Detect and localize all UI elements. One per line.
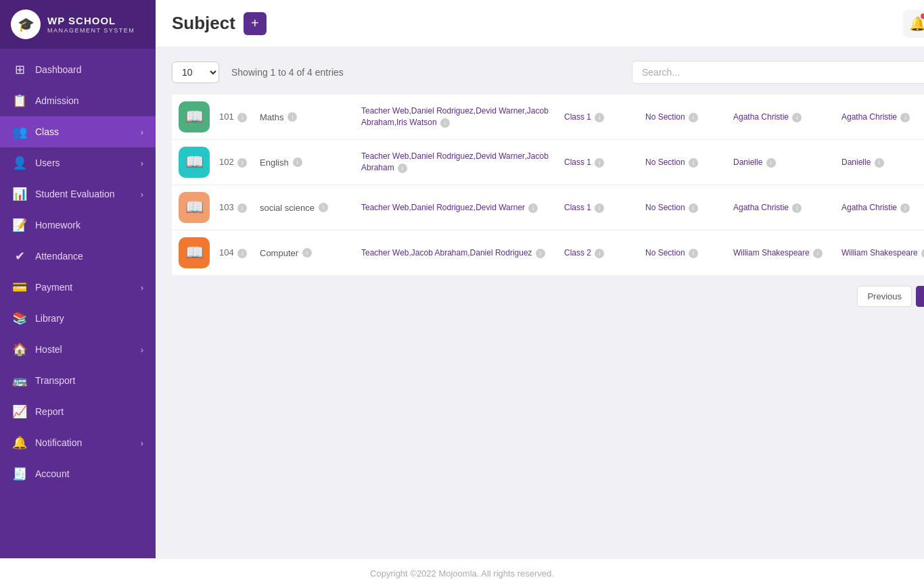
header-right: 🔔 👩 <box>903 7 924 40</box>
nav-icon-notification: 🔔 <box>12 435 27 450</box>
subject-created-by-104: William Shakespeare i <box>733 248 841 258</box>
nav-icon-class: 👥 <box>12 124 27 139</box>
entries-info: Showing 1 to 4 of 4 entries <box>231 67 344 78</box>
sidebar-item-account[interactable]: 🧾 Account <box>0 458 156 489</box>
sidebar-item-homework[interactable]: 📝 Homework <box>0 210 156 241</box>
subject-name-103: social science i <box>260 203 361 213</box>
name-info-icon[interactable]: i <box>293 157 302 167</box>
teachers-info-icon[interactable]: i <box>398 164 407 173</box>
logo-text: WP SCHOOL MANAGEMENT SYSTEM <box>47 15 135 34</box>
add-subject-button[interactable]: + <box>244 12 267 35</box>
teachers-info-icon[interactable]: i <box>528 203 538 213</box>
notification-badge <box>921 14 924 19</box>
search-input[interactable] <box>632 61 924 84</box>
nav-label-student-evaluation: Student Evaluation <box>35 189 133 199</box>
created-info-icon[interactable]: i <box>792 203 802 213</box>
nav-icon-library: 📚 <box>12 311 27 326</box>
sidebar-item-transport[interactable]: 🚌 Transport <box>0 365 156 396</box>
section-info-icon[interactable]: i <box>689 203 698 213</box>
sidebar-item-library[interactable]: 📚 Library <box>0 303 156 334</box>
subject-name-101: Maths i <box>260 112 361 122</box>
sidebar-item-admission[interactable]: 📋 Admission <box>0 85 156 116</box>
entries-select[interactable]: 10 25 50 100 <box>172 62 219 83</box>
subject-id-102: 102 i <box>219 157 260 168</box>
id-info-icon[interactable]: i <box>237 203 247 213</box>
created-info-icon[interactable]: i <box>792 113 802 122</box>
notification-button[interactable]: 🔔 <box>903 9 924 38</box>
subject-section-101: No Section i <box>645 112 733 122</box>
sidebar-item-hostel[interactable]: 🏠 Hostel › <box>0 334 156 365</box>
created-info-icon[interactable]: i <box>766 158 776 168</box>
table-row: 📖 103 i social science i Teacher Web,Dan… <box>172 185 924 230</box>
subject-table: 📖 101 i Maths i Teacher Web,Daniel Rodri… <box>172 95 924 275</box>
teachers-info-icon[interactable]: i <box>536 249 545 258</box>
sidebar-item-dashboard[interactable]: ⊞ Dashboard <box>0 54 156 85</box>
subject-id-101: 101 i <box>219 112 260 122</box>
sidebar-item-notification[interactable]: 🔔 Notification › <box>0 427 156 458</box>
updated-info-icon[interactable]: i <box>900 113 910 122</box>
section-info-icon[interactable]: i <box>689 113 698 122</box>
table-row: 📖 101 i Maths i Teacher Web,Daniel Rodri… <box>172 95 924 140</box>
updated-info-icon[interactable]: i <box>921 249 924 258</box>
sidebar-item-student-evaluation[interactable]: 📊 Student Evaluation › <box>0 178 156 210</box>
subject-section-102: No Section i <box>645 157 733 168</box>
nav-arrow-users: › <box>141 158 143 168</box>
nav-arrow-hostel: › <box>141 345 143 355</box>
created-info-icon[interactable]: i <box>813 249 823 258</box>
pagination-previous[interactable]: Previous <box>857 286 912 307</box>
nav-icon-report: 📈 <box>12 404 27 419</box>
section-info-icon[interactable]: i <box>689 249 698 258</box>
id-info-icon[interactable]: i <box>237 249 247 258</box>
name-info-icon[interactable]: i <box>302 248 312 258</box>
sidebar-item-users[interactable]: 👤 Users › <box>0 147 156 178</box>
id-info-icon[interactable]: i <box>237 158 247 168</box>
footer: Copyright ©2022 Mojoomla. All rights res… <box>0 558 924 588</box>
section-info-icon[interactable]: i <box>689 158 698 168</box>
subject-section-103: No Section i <box>645 203 733 213</box>
nav-icon-attendance: ✔ <box>12 249 27 264</box>
page-title: Subject <box>172 13 235 34</box>
nav-label-hostel: Hostel <box>35 344 133 355</box>
nav-label-users: Users <box>35 157 133 168</box>
name-info-icon[interactable]: i <box>287 112 297 122</box>
nav-label-library: Library <box>35 313 143 324</box>
teachers-info-icon[interactable]: i <box>440 118 450 128</box>
nav-label-notification: Notification <box>35 437 133 448</box>
main-content: Subject + 🔔 👩 <box>156 0 924 558</box>
subject-id-103: 103 i <box>219 202 260 213</box>
nav-arrow-class: › <box>141 127 143 137</box>
class-info-icon[interactable]: i <box>595 249 604 258</box>
class-info-icon[interactable]: i <box>595 158 604 168</box>
logo-icon: 🎓 <box>11 9 41 39</box>
subject-updated-by-103: Agatha Christie i <box>841 203 924 213</box>
sidebar-item-payment[interactable]: 💳 Payment › <box>0 272 156 303</box>
sidebar-item-attendance[interactable]: ✔ Attendance <box>0 241 156 272</box>
subject-class-102: Class 1 i <box>564 157 645 168</box>
nav-label-account: Account <box>35 468 143 479</box>
nav-arrow-student-evaluation: › <box>141 189 143 199</box>
nav-icon-users: 👤 <box>12 155 27 170</box>
subject-id-104: 104 i <box>219 247 260 258</box>
entries-control: 10 25 50 100 Showing 1 to 4 of 4 entries <box>172 62 344 83</box>
updated-info-icon[interactable]: i <box>900 203 910 213</box>
pagination-page-1[interactable]: 1 <box>916 286 924 307</box>
nav-icon-dashboard: ⊞ <box>12 62 27 77</box>
nav-label-homework: Homework <box>35 220 143 230</box>
updated-info-icon[interactable]: i <box>875 158 884 168</box>
sidebar-logo: 🎓 WP SCHOOL MANAGEMENT SYSTEM <box>0 0 156 49</box>
class-info-icon[interactable]: i <box>595 113 604 122</box>
name-info-icon[interactable]: i <box>319 203 328 212</box>
subject-teachers-104: Teacher Web,Jacob Abraham,Daniel Rodrigu… <box>361 247 564 259</box>
nav-icon-account: 🧾 <box>12 466 27 481</box>
subject-class-101: Class 1 i <box>564 112 645 122</box>
table-controls: 10 25 50 100 Showing 1 to 4 of 4 entries <box>172 61 924 84</box>
nav-label-payment: Payment <box>35 282 133 293</box>
class-info-icon[interactable]: i <box>595 203 604 213</box>
sidebar-item-report[interactable]: 📈 Report <box>0 396 156 427</box>
header: Subject + 🔔 👩 <box>156 0 924 47</box>
id-info-icon[interactable]: i <box>237 113 247 122</box>
nav-label-transport: Transport <box>35 375 143 386</box>
subject-class-104: Class 2 i <box>564 248 645 258</box>
sidebar-item-class[interactable]: 👥 Class › <box>0 116 156 147</box>
subject-teachers-102: Teacher Web,Daniel Rodriguez,Devid Warne… <box>361 151 564 174</box>
